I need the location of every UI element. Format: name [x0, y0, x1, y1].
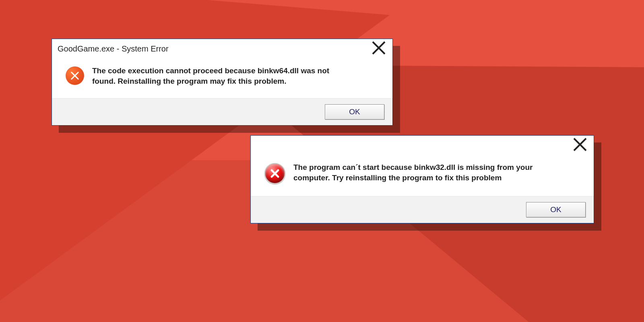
titlebar: [251, 136, 594, 153]
dialog-window: GoodGame.exe - System Error The code exe…: [52, 39, 393, 126]
error-message: The code execution cannot proceed becaus…: [92, 66, 342, 86]
close-button[interactable]: [371, 40, 387, 58]
window-title: GoodGame.exe - System Error: [58, 44, 169, 54]
error-icon: [264, 163, 285, 184]
ok-button[interactable]: OK: [526, 202, 586, 217]
error-icon: [66, 66, 84, 85]
dialog-body: The program can´t start because binkw32.…: [251, 153, 594, 196]
dialog-footer: OK: [52, 98, 392, 125]
titlebar: GoodGame.exe - System Error: [52, 39, 392, 57]
close-button[interactable]: [572, 136, 588, 154]
dialog-body: The code execution cannot proceed becaus…: [52, 57, 392, 98]
error-dialog-1: GoodGame.exe - System Error The code exe…: [52, 39, 393, 126]
dialog-footer: OK: [251, 196, 594, 223]
error-dialog-2: The program can´t start because binkw32.…: [250, 135, 594, 223]
ok-button[interactable]: OK: [325, 104, 384, 120]
dialog-window: The program can´t start because binkw32.…: [250, 135, 594, 223]
error-message: The program can´t start because binkw32.…: [293, 162, 543, 183]
